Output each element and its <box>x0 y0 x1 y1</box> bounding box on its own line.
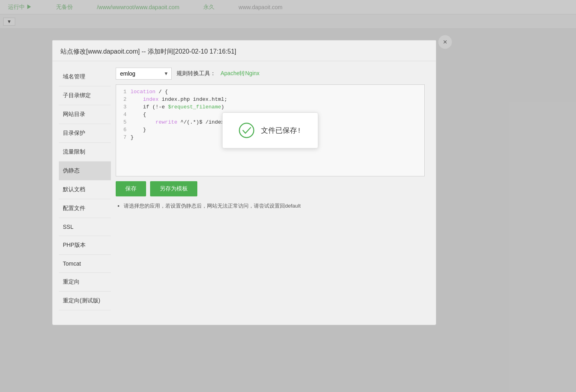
note-item: 请选择您的应用，若设置伪静态后，网站无法正常访问，请尝试设置回default <box>124 201 425 210</box>
toolbar-row: emlog default wordpress discuz typecho d… <box>116 68 425 80</box>
sidebar-item-dir-protect[interactable]: 目录保护 <box>59 124 111 143</box>
modal-close-outer-button[interactable]: × <box>438 35 452 49</box>
line-num-6: 6 <box>116 127 130 133</box>
line-code-6: } <box>130 127 146 133</box>
line-num-3: 3 <box>116 104 130 110</box>
line-code-3: if (!-e $request_filename) <box>130 104 224 110</box>
modal-body: 域名管理 子目录绑定 网站目录 目录保护 流量限制 伪静态 默认文档 配置文件 <box>52 61 436 317</box>
save-button[interactable]: 保存 <box>116 181 146 196</box>
modal-header: 站点修改[www.dapaoit.com] -- 添加时间[2020-02-10… <box>52 40 436 61</box>
line-code-4: { <box>130 112 146 118</box>
sidebar-item-tomcat[interactable]: Tomcat <box>59 255 111 273</box>
modal: 站点修改[www.dapaoit.com] -- 添加时间[2020-02-10… <box>52 40 436 325</box>
template-select-wrap: emlog default wordpress discuz typecho d… <box>116 68 172 80</box>
toast-notification: 文件已保存! <box>222 112 318 148</box>
toast-message: 文件已保存! <box>261 126 301 135</box>
rule-convert-link[interactable]: Apache转Nginx <box>221 70 259 77</box>
sidebar: 域名管理 子目录绑定 网站目录 目录保护 流量限制 伪静态 默认文档 配置文件 <box>59 68 111 310</box>
sidebar-item-webroot[interactable]: 网站目录 <box>59 105 111 124</box>
sidebar-item-php[interactable]: PHP版本 <box>59 236 111 255</box>
line-num-2: 2 <box>116 96 130 102</box>
template-select[interactable]: emlog default wordpress discuz typecho d… <box>116 68 172 80</box>
sidebar-item-subdir[interactable]: 子目录绑定 <box>59 86 111 105</box>
line-num-4: 4 <box>116 112 130 118</box>
sidebar-item-config[interactable]: 配置文件 <box>59 199 111 218</box>
toast-check-icon <box>239 122 255 138</box>
save-as-template-button[interactable]: 另存为模板 <box>150 181 197 196</box>
note-area: 请选择您的应用，若设置伪静态后，网站无法正常访问，请尝试设置回default <box>116 201 425 210</box>
svg-point-0 <box>239 123 254 138</box>
code-line-2: 2 index index.php index.html; <box>116 96 424 103</box>
code-line-3: 3 if (!-e $request_filename) <box>116 103 424 111</box>
sidebar-item-default-doc[interactable]: 默认文档 <box>59 180 111 199</box>
sidebar-item-redirect-test[interactable]: 重定向(测试版) <box>59 292 111 310</box>
sidebar-item-redirect[interactable]: 重定向 <box>59 273 111 292</box>
sidebar-item-traffic[interactable]: 流量限制 <box>59 143 111 162</box>
sidebar-item-domain[interactable]: 域名管理 <box>59 68 111 86</box>
main-content: emlog default wordpress discuz typecho d… <box>111 68 429 310</box>
line-code-1: location / { <box>130 89 168 95</box>
code-editor[interactable]: 1 location / { 2 index index.php index.h… <box>116 84 425 176</box>
line-num-5: 5 <box>116 119 130 125</box>
code-line-1: 1 location / { <box>116 88 424 96</box>
line-code-7: } <box>130 134 134 140</box>
modal-title: 站点修改[www.dapaoit.com] -- 添加时间[2020-02-10… <box>60 48 236 56</box>
rule-label: 规则转换工具： <box>177 70 216 77</box>
sidebar-item-pseudo-static[interactable]: 伪静态 <box>59 162 111 180</box>
line-num-1: 1 <box>116 89 130 95</box>
sidebar-item-ssl[interactable]: SSL <box>59 218 111 236</box>
button-row: 保存 另存为模板 <box>116 181 425 196</box>
line-code-2: index index.php index.html; <box>130 96 227 102</box>
line-num-7: 7 <box>116 134 130 140</box>
